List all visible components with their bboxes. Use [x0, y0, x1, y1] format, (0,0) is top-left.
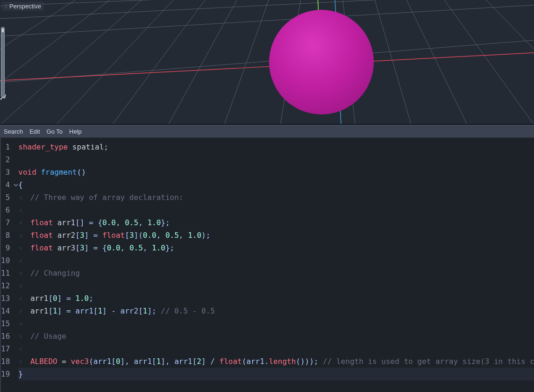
line-number: 7: [1, 216, 14, 229]
fold-spacer: [14, 317, 18, 330]
code-line[interactable]: {: [18, 178, 534, 191]
fold-spacer: [14, 191, 18, 204]
fold-spacer: [14, 166, 18, 178]
fold-spacer: [14, 292, 18, 305]
line-number: 15: [1, 317, 14, 330]
line-number: 13: [1, 292, 14, 305]
fold-gutter: [14, 138, 18, 392]
line-number: 3: [1, 166, 14, 178]
axis-x: [0, 51, 534, 82]
line-number: 19: [1, 368, 14, 380]
code-line[interactable]: ›ALBEDO = vec3(arr1[0], arr1[1], arr1[2]…: [18, 355, 534, 368]
fold-spacer: [14, 355, 18, 368]
fold-spacer: [14, 368, 18, 380]
line-number: 1: [1, 141, 14, 153]
viewport-3d[interactable]: Perspective: [0, 0, 534, 125]
code-line[interactable]: ›// Three way of array declaration:: [18, 191, 534, 204]
menu-help[interactable]: Help: [69, 128, 82, 135]
view-mode-label[interactable]: Perspective: [2, 2, 44, 11]
line-number: 16: [1, 330, 14, 342]
viewport-slider[interactable]: [1, 27, 5, 97]
fold-spacer: [14, 330, 18, 342]
menu-goto[interactable]: Go To: [47, 128, 63, 135]
code-line[interactable]: ›: [18, 317, 534, 330]
code-line[interactable]: void fragment(): [18, 166, 534, 178]
editor-menubar: Search Edit Go To Help: [0, 125, 534, 138]
preview-sphere[interactable]: [269, 10, 374, 114]
fold-spacer: [14, 204, 18, 216]
line-number: 11: [1, 267, 14, 279]
svg-line-17: [0, 23, 534, 93]
floor-grid: [0, 0, 534, 125]
code-content[interactable]: shader_type spatial;void fragment(){›// …: [18, 138, 534, 392]
drag-handle-icon[interactable]: [5, 4, 7, 9]
line-number: 9: [1, 242, 14, 254]
fold-spacer: [14, 242, 18, 254]
code-line[interactable]: ›// Usage: [18, 330, 534, 342]
code-line[interactable]: ›: [18, 204, 534, 216]
line-number: 12: [1, 279, 14, 292]
viewport-canvas[interactable]: [0, 0, 534, 125]
code-line[interactable]: }: [18, 368, 534, 380]
line-number: 5: [1, 191, 14, 204]
fold-spacer: [14, 229, 18, 242]
line-number: 6: [1, 204, 14, 216]
line-number: 18: [1, 355, 14, 368]
code-line[interactable]: ›float arr1[] = {0.0, 0.5, 1.0};: [18, 216, 534, 229]
svg-point-18: [0, 99, 2, 100]
code-line[interactable]: ›float arr3[3] = {0.0, 0.5, 1.0};: [18, 242, 534, 254]
fold-spacer: [14, 279, 18, 292]
fold-spacer: [14, 216, 18, 229]
menu-search[interactable]: Search: [4, 128, 23, 135]
line-number: 17: [1, 342, 14, 355]
code-line[interactable]: ›: [18, 254, 534, 267]
code-line[interactable]: ›: [18, 342, 534, 355]
line-number: 2: [1, 153, 14, 166]
menu-edit[interactable]: Edit: [29, 128, 40, 135]
code-line[interactable]: ›// Changing: [18, 267, 534, 279]
fold-spacer: [14, 141, 18, 153]
code-line[interactable]: [18, 153, 534, 166]
line-number: 10: [1, 254, 14, 267]
fold-spacer: [14, 254, 18, 267]
fold-spacer: [14, 153, 18, 166]
line-number: 8: [1, 229, 14, 242]
view-mode-text: Perspective: [9, 3, 41, 10]
code-editor[interactable]: 12345678910111213141516171819 shader_typ…: [0, 138, 534, 392]
fold-spacer: [14, 267, 18, 279]
code-line[interactable]: ›: [18, 279, 534, 292]
fold-spacer: [14, 305, 18, 317]
fold-spacer: [14, 342, 18, 355]
line-number-gutter: 12345678910111213141516171819: [1, 138, 14, 392]
code-line[interactable]: ›arr1[1] = arr1[1] - arr2[1]; // 0.5 - 0…: [18, 305, 534, 317]
code-line[interactable]: ›arr1[0] = 1.0;: [18, 292, 534, 305]
code-line[interactable]: shader_type spatial;: [18, 141, 534, 153]
line-number: 14: [1, 305, 14, 317]
code-line[interactable]: ›float arr2[3] = float[3](0.0, 0.5, 1.0)…: [18, 229, 534, 242]
fold-toggle-icon[interactable]: [14, 178, 18, 191]
line-number: 4: [1, 178, 14, 191]
